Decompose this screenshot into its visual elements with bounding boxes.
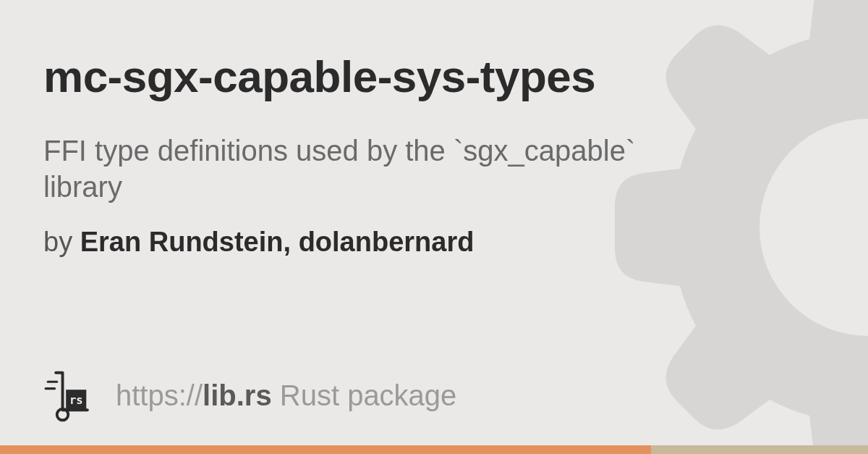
card-content: mc-sgx-capable-sys-types FFI type defini… <box>0 0 868 445</box>
package-description: FFI type definitions used by the `sgx_ca… <box>43 133 637 205</box>
url-line: https://lib.rs Rust package <box>116 379 456 412</box>
url-domain: lib.rs <box>203 379 272 411</box>
by-label: by <box>43 227 80 257</box>
url-suffix: Rust package <box>272 379 457 411</box>
author-names: Eran Rundstein, dolanbernard <box>80 227 475 257</box>
package-title: mc-sgx-capable-sys-types <box>43 51 825 102</box>
url-prefix: https:// <box>116 379 203 411</box>
librs-logo-icon: rs <box>43 367 100 424</box>
svg-text:rs: rs <box>69 394 83 407</box>
authors-line: by Eran Rundstein, dolanbernard <box>43 227 825 258</box>
bar-segment-orange <box>0 445 651 454</box>
bottom-accent-bar <box>0 445 868 454</box>
bar-segment-beige <box>651 445 868 454</box>
footer: rs https://lib.rs Rust package <box>43 367 825 424</box>
